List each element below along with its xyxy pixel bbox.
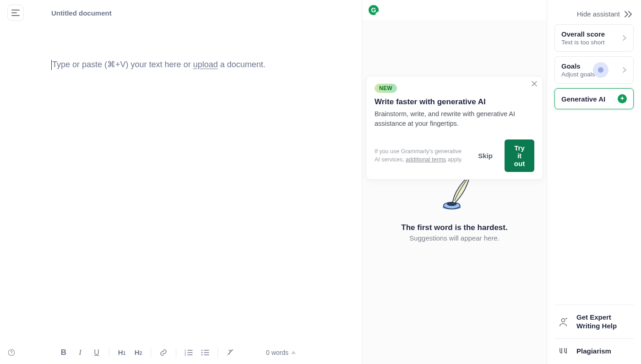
link-button[interactable]	[159, 347, 168, 358]
word-count-text: 0 words	[266, 349, 288, 356]
document-title[interactable]: Untitled document	[51, 9, 112, 17]
goals-card[interactable]: Goals Adjust goals	[554, 56, 634, 84]
promo-title: Write faster with generative AI	[375, 97, 534, 107]
try-it-out-button[interactable]: Try it out	[505, 139, 534, 172]
empty-state: The first word is the hardest. Suggestio…	[401, 171, 507, 242]
underline-button[interactable]: U	[92, 347, 101, 358]
goals-title: Goals	[561, 62, 622, 70]
help-button[interactable]	[6, 348, 16, 358]
close-icon	[532, 81, 537, 86]
skip-button[interactable]: Skip	[475, 148, 495, 163]
plagiarism-icon	[557, 348, 569, 356]
editor-header: Untitled document	[0, 0, 362, 26]
toolbar-separator	[217, 348, 218, 358]
goals-sub: Adjust goals	[561, 71, 622, 78]
expert-icon	[557, 317, 569, 327]
ordered-list-button[interactable]: 123	[185, 347, 193, 358]
clear-formatting-button[interactable]	[226, 347, 234, 358]
chevron-double-right-icon	[624, 11, 633, 18]
help-icon	[7, 348, 16, 357]
bold-button[interactable]: B	[60, 347, 68, 358]
promo-legal-text: If you use Grammarly's generative AI ser…	[375, 148, 466, 164]
svg-point-1	[11, 354, 11, 354]
svg-point-6	[201, 352, 203, 353]
toolbar-separator	[176, 348, 176, 358]
link-icon	[159, 348, 168, 357]
clear-format-icon	[226, 348, 234, 357]
svg-point-11	[561, 318, 565, 321]
unordered-list-icon	[201, 349, 209, 356]
editor-body[interactable]: Type or paste (⌘+V) your text here or up…	[0, 26, 362, 340]
editor-placeholder: Type or paste (⌘+V) your text here or up…	[51, 59, 362, 70]
h2-button[interactable]: H2	[134, 347, 142, 358]
generative-ai-title: Generative AI	[561, 95, 618, 103]
editor-panel: Untitled document Type or paste (⌘+V) yo…	[0, 0, 362, 364]
overall-score-title: Overall score	[561, 30, 622, 38]
expand-icon	[291, 351, 296, 354]
get-expert-help-button[interactable]: Get Expert Writing Help	[554, 305, 634, 339]
formatting-group: B I U H1 H2 123	[60, 347, 234, 358]
italic-button[interactable]: I	[76, 347, 84, 358]
sparkle-icon	[618, 94, 627, 103]
placeholder-post: a document.	[218, 60, 266, 69]
expert-label: Get Expert Writing Help	[576, 313, 627, 331]
overall-score-sub: Text is too short	[561, 39, 622, 46]
new-badge: NEW	[375, 84, 397, 93]
attention-pulse-icon	[593, 62, 608, 78]
hide-assistant-label: Hide assistant	[577, 10, 620, 18]
close-button[interactable]	[532, 81, 537, 86]
sidebar-panel: Hide assistant Overall score Text is too…	[547, 0, 641, 364]
chevron-right-icon	[622, 67, 627, 73]
assistant-body: NEW Write faster with generative AI Brai…	[362, 20, 547, 364]
upload-link[interactable]: upload	[193, 60, 218, 69]
svg-text:3: 3	[185, 353, 186, 356]
chevron-right-icon	[622, 35, 627, 41]
toolbar-separator	[109, 348, 109, 358]
h1-button[interactable]: H1	[118, 347, 126, 358]
toolbar-separator	[151, 348, 151, 358]
additional-terms-link[interactable]: additional terms	[406, 156, 446, 163]
svg-point-5	[201, 349, 203, 351]
empty-subtitle: Suggestions will appear here.	[409, 234, 500, 242]
menu-button[interactable]	[7, 5, 24, 21]
overall-score-card[interactable]: Overall score Text is too short	[554, 24, 634, 52]
generative-ai-promo-card: NEW Write faster with generative AI Brai…	[366, 76, 543, 180]
text-cursor	[51, 60, 52, 70]
unordered-list-button[interactable]	[201, 347, 209, 358]
plagiarism-label: Plagiarism	[576, 347, 611, 356]
plagiarism-button[interactable]: Plagiarism	[554, 338, 634, 364]
menu-icon	[11, 10, 20, 16]
editor-toolbar: B I U H1 H2 123 0 words	[0, 340, 362, 364]
hide-assistant-button[interactable]: Hide assistant	[554, 5, 634, 24]
ordered-list-icon: 123	[185, 349, 193, 356]
grammarly-logo-icon: G	[369, 5, 379, 15]
word-count[interactable]: 0 words	[266, 349, 296, 356]
empty-title: The first word is the hardest.	[401, 223, 507, 232]
placeholder-pre: Type or paste (⌘+V) your text here or	[52, 60, 193, 69]
assistant-header: G	[362, 0, 547, 20]
assistant-panel: G NEW Write faster with generative AI Br…	[362, 0, 547, 364]
promo-footer: If you use Grammarly's generative AI ser…	[375, 139, 534, 172]
promo-description: Brainstorm, write, and rewrite with gene…	[375, 109, 521, 128]
svg-point-7	[201, 354, 203, 355]
generative-ai-card[interactable]: Generative AI	[554, 88, 634, 109]
